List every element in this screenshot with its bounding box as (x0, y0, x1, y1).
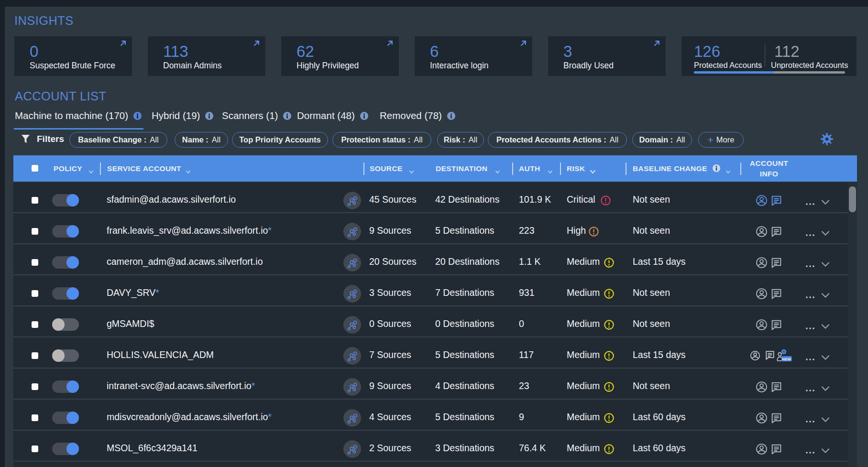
svg-text:NEW: NEW (782, 357, 791, 361)
